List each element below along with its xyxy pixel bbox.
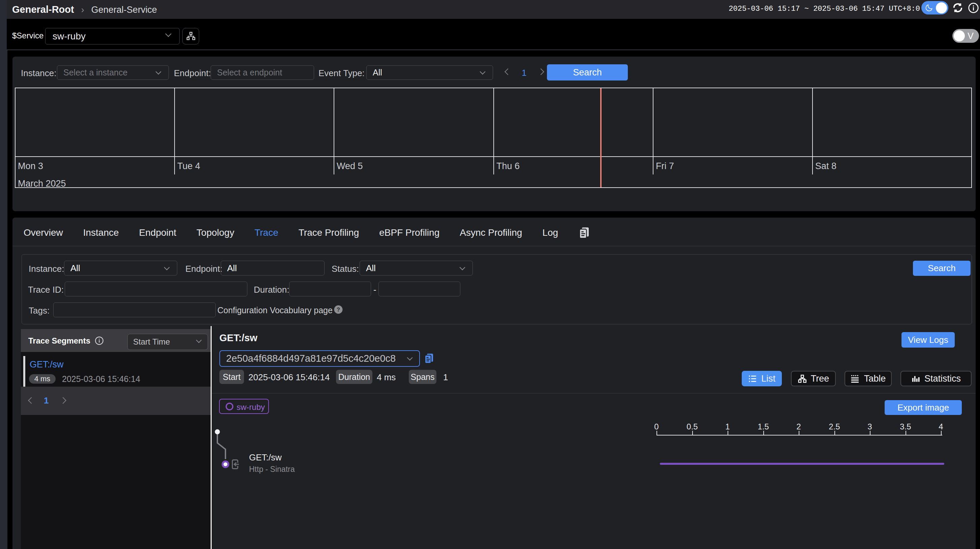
svg-text:?: ? (337, 306, 340, 313)
